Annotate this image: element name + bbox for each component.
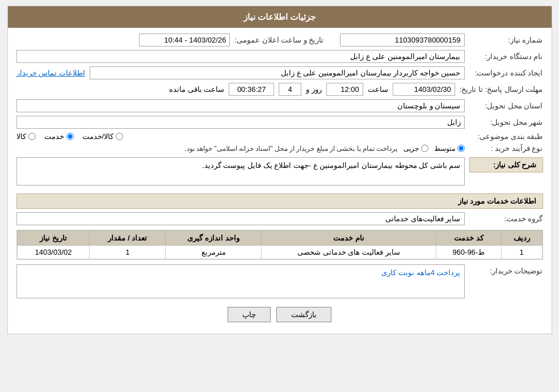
- page-header: جزئیات اطلاعات نیاز: [8, 6, 552, 28]
- category-label: طبقه بندی موضوعی:: [469, 132, 543, 141]
- buyer-station-row: نام دستگاه خریدار: بیمارستان امیرالمومنی…: [16, 50, 543, 63]
- buyer-desc-section: توضیحات خریدار: پرداخت 4ماهه نوبت کاری: [16, 264, 543, 298]
- process-options-container: متوسط جزیی پرداخت تمام یا بخشی از مبلغ خ…: [16, 145, 465, 153]
- process-note: پرداخت تمام یا بخشی از مبلغ خریدار از مح…: [184, 145, 397, 153]
- deadline-date: 1403/02/30: [393, 83, 455, 96]
- deadline-time: 12:00: [326, 83, 363, 96]
- col-service-name: نام خدمت: [261, 231, 436, 246]
- category-radio-kala[interactable]: [28, 133, 36, 140]
- cell-service-code: ط-96-960: [436, 246, 501, 259]
- category-label-kala: کالا: [16, 132, 26, 141]
- process-option-motavasset[interactable]: متوسط: [434, 145, 465, 153]
- buyer-desc-label: توضیحات خریدار:: [469, 267, 543, 275]
- province-label: استان محل تحویل:: [469, 102, 543, 110]
- request-number-label: شماره نیاز:: [469, 36, 543, 44]
- deadline-row: مهلت ارسال پاسخ: تا تاریخ: 1403/02/30 سا…: [16, 83, 543, 96]
- main-content: شماره نیاز: 1103093780000159 تاریخ و ساع…: [8, 28, 552, 334]
- process-label-motavasset: متوسط: [434, 145, 455, 153]
- buyer-desc-text: پرداخت 4ماهه نوبت کاری: [381, 268, 460, 277]
- description-value: سم باشی کل محوطه بیمارستان امیرالمومنین …: [16, 157, 465, 186]
- category-row: طبقه بندی موضوعی: کالا/خدمت خدمت کالا: [16, 132, 543, 141]
- process-label-jozi: جزیی: [404, 145, 419, 153]
- announcement-label: تاریخ و ساعت اعلان عمومی:: [234, 36, 323, 44]
- city-row: شهر محل تحویل: زابل: [16, 116, 543, 129]
- category-radio-group: کالا/خدمت خدمت کالا: [16, 132, 465, 141]
- process-option-jozi[interactable]: جزیی: [404, 145, 428, 153]
- group-service-label: گروه خدمت:: [469, 214, 543, 223]
- services-table: ردیف کد خدمت نام خدمت واحد اندازه گیری ت…: [17, 230, 543, 259]
- services-table-container: ردیف کد خدمت نام خدمت واحد اندازه گیری ت…: [16, 230, 543, 260]
- category-option-kala-khedmat[interactable]: کالا/خدمت: [82, 132, 124, 141]
- deadline-time-label: ساعت: [368, 85, 388, 94]
- contact-link[interactable]: اطلاعات تماس خریدار: [16, 69, 85, 77]
- group-service-row: گروه خدمت: سایر فعالیت‌های خدماتی: [16, 212, 543, 225]
- creator-value: حسین خواجه کاربردار بیمارستان امیرالمومن…: [90, 66, 465, 79]
- page-container: جزئیات اطلاعات نیاز شماره نیاز: 11030937…: [7, 6, 552, 334]
- deadline-remaining: 00:36:27: [229, 83, 274, 96]
- announcement-value: 1403/02/26 - 10:44: [139, 33, 230, 47]
- deadline-label: مهلت ارسال پاسخ: تا تاریخ:: [460, 85, 543, 94]
- buyer-desc-value: پرداخت 4ماهه نوبت کاری: [16, 264, 465, 298]
- description-section: شرح کلی نیاز: سم باشی کل محوطه بیمارستان…: [16, 157, 543, 189]
- process-radio-motavasset[interactable]: [457, 145, 465, 152]
- cell-date: 1403/03/02: [17, 246, 90, 259]
- category-radio-khedmat[interactable]: [66, 133, 74, 140]
- category-option-kala[interactable]: کالا: [16, 132, 36, 141]
- col-row-num: ردیف: [501, 231, 542, 246]
- deadline-remaining-label: ساعت باقی مانده: [169, 85, 224, 94]
- deadline-days-label: روز و: [306, 85, 322, 94]
- process-row: نوع فرآیند خرید : متوسط جزیی پرداخت تمام…: [16, 144, 543, 153]
- city-label: شهر محل تحویل:: [469, 118, 543, 127]
- category-radio-kala-khedmat[interactable]: [116, 133, 123, 140]
- print-button[interactable]: چاپ: [228, 307, 271, 322]
- group-service-value: سایر فعالیت‌های خدماتی: [16, 212, 465, 225]
- table-header-row: ردیف کد خدمت نام خدمت واحد اندازه گیری ت…: [17, 231, 542, 246]
- category-label-khedmat: خدمت: [44, 132, 64, 141]
- back-button[interactable]: بازگشت: [276, 307, 331, 322]
- buyer-station-label: نام دستگاه خریدار:: [469, 52, 543, 61]
- table-row: 1 ط-96-960 سایر فعالیت های خدماتی شخصی م…: [17, 246, 542, 259]
- services-section-title: اطلاعات خدمات مورد نیاز: [16, 193, 543, 209]
- col-date: تاریخ نیاز: [17, 231, 90, 246]
- buttons-row: بازگشت چاپ: [16, 307, 543, 322]
- col-service-code: کد خدمت: [436, 231, 501, 246]
- cell-row-num: 1: [501, 246, 542, 259]
- col-unit: واحد اندازه گیری: [166, 231, 262, 246]
- cell-quantity: 1: [90, 246, 166, 259]
- cell-unit: مترمربع: [166, 246, 262, 259]
- request-number-row: شماره نیاز: 1103093780000159 تاریخ و ساع…: [16, 33, 543, 47]
- buyer-station-value: بیمارستان امیرالمومنین علی ع زابل: [16, 50, 465, 63]
- province-row: استان محل تحویل: سیستان و بلوچستان: [16, 99, 543, 112]
- request-number-value: 1103093780000159: [340, 33, 465, 47]
- process-radio-jozi[interactable]: [421, 145, 428, 152]
- creator-row: ایجاد کننده درخواست: حسین خواجه کاربردار…: [16, 66, 543, 79]
- process-label: نوع فرآیند خرید :: [469, 144, 543, 153]
- deadline-days: 4: [279, 83, 301, 96]
- col-quantity: تعداد / مقدار: [90, 231, 166, 246]
- category-option-khedmat[interactable]: خدمت: [44, 132, 74, 141]
- page-title: جزئیات اطلاعات نیاز: [243, 12, 316, 22]
- description-section-title: شرح کلی نیاز:: [469, 157, 543, 172]
- city-value: زابل: [16, 116, 465, 129]
- cell-service-name: سایر فعالیت های خدماتی شخصی: [261, 246, 436, 259]
- category-label-kala-khedmat: کالا/خدمت: [82, 132, 114, 141]
- province-value: سیستان و بلوچستان: [16, 99, 465, 112]
- creator-label: ایجاد کننده درخواست:: [469, 69, 543, 77]
